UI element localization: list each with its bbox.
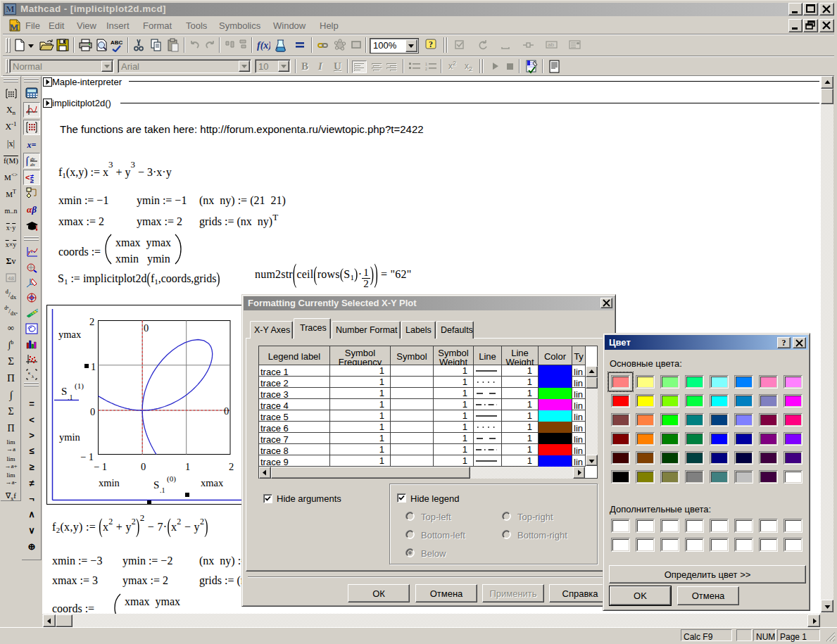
- svg-text:S: S: [61, 386, 67, 397]
- svg-text:M: M: [10, 22, 18, 32]
- svg-text:48: 48: [8, 275, 14, 282]
- svg-text:dx: dx: [30, 162, 36, 166]
- svg-text:2: 2: [89, 316, 94, 327]
- svg-text:1: 1: [185, 461, 190, 472]
- svg-text:f(x): f(x): [257, 40, 270, 51]
- svg-text:S: S: [153, 479, 159, 491]
- svg-text:0: 0: [141, 461, 146, 472]
- svg-text:0: 0: [224, 405, 229, 417]
- svg-text:2: 2: [229, 461, 234, 472]
- svg-text:ABC: ABC: [111, 39, 123, 46]
- svg-text:∫: ∫: [25, 155, 30, 166]
- svg-text:?: ?: [429, 39, 433, 49]
- svg-text:0: 0: [90, 406, 95, 417]
- svg-text:(0): (0): [167, 474, 176, 484]
- svg-text:− 1: − 1: [94, 461, 107, 472]
- svg-text:.1: .1: [160, 486, 165, 494]
- svg-text:xmin: xmin: [99, 477, 120, 488]
- svg-text:2: 2: [425, 67, 427, 71]
- svg-text:≥: ≥: [30, 177, 34, 183]
- svg-text:ymax: ymax: [58, 329, 82, 340]
- svg-text:ymin: ymin: [59, 431, 81, 443]
- svg-text:ab: ab: [548, 42, 554, 48]
- svg-text:λ: λ: [32, 374, 34, 379]
- svg-text:<: <: [25, 173, 30, 182]
- svg-text:xmax: xmax: [201, 477, 224, 488]
- svg-text:0: 0: [144, 322, 149, 334]
- svg-text:1: 1: [425, 62, 427, 66]
- svg-text:1: 1: [91, 361, 96, 372]
- svg-text:(1): (1): [75, 381, 84, 391]
- svg-text:κ: κ: [28, 371, 31, 375]
- svg-text:− 1: − 1: [80, 451, 94, 462]
